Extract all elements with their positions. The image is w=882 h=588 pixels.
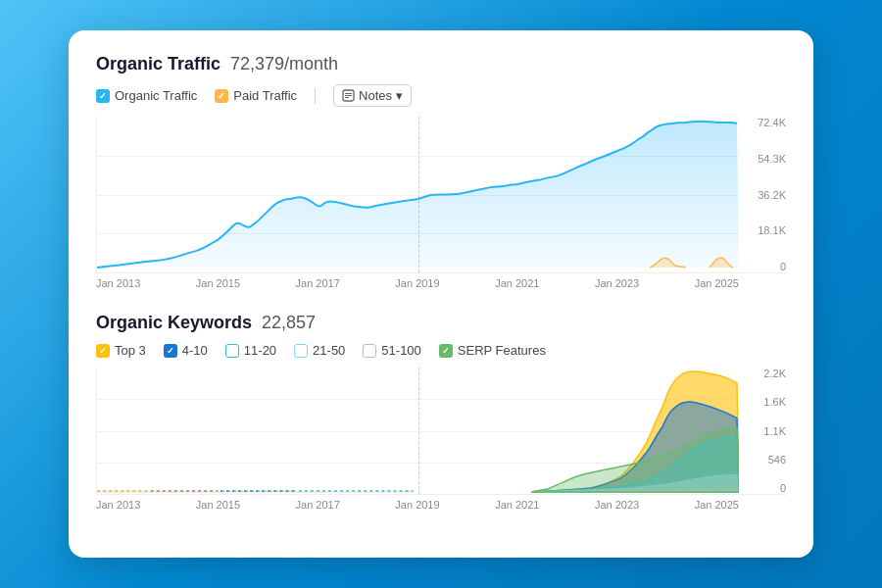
legend-51-100: 51-100 bbox=[363, 343, 420, 358]
legend-4-10: ✓ 4-10 bbox=[164, 343, 208, 358]
chevron-down-icon: ▾ bbox=[396, 88, 403, 103]
organic-traffic-section: Organic Traffic 72,379/month ✓ Organic T… bbox=[96, 54, 786, 289]
keywords-legend: ✓ Top 3 ✓ 4-10 11-20 21-50 51-100 bbox=[96, 343, 786, 358]
legend-top3: ✓ Top 3 bbox=[96, 343, 146, 358]
legend-organic: ✓ Organic Traffic bbox=[96, 88, 197, 103]
traffic-y-axis: 72.4K 54.3K 36.2K 18.1K 0 bbox=[739, 117, 786, 272]
keywords-chart-svg bbox=[97, 368, 739, 494]
21-50-checkbox[interactable] bbox=[294, 344, 308, 358]
organic-checkbox[interactable]: ✓ bbox=[96, 89, 110, 103]
traffic-title: Organic Traffic bbox=[96, 54, 220, 74]
keywords-x-axis: Jan 2013 Jan 2015 Jan 2017 Jan 2019 Jan … bbox=[96, 495, 786, 511]
traffic-header: Organic Traffic 72,379/month bbox=[96, 54, 786, 74]
keywords-value: 22,857 bbox=[262, 313, 316, 333]
traffic-x-axis: Jan 2013 Jan 2015 Jan 2017 Jan 2019 Jan … bbox=[96, 273, 786, 289]
keywords-header: Organic Keywords 22,857 bbox=[96, 313, 786, 333]
keywords-title: Organic Keywords bbox=[96, 313, 252, 333]
paid-checkbox[interactable]: ✓ bbox=[215, 89, 228, 103]
organic-keywords-section: Organic Keywords 22,857 ✓ Top 3 ✓ 4-10 1… bbox=[96, 313, 786, 511]
keywords-y-axis: 2.2K 1.6K 1.1K 546 0 bbox=[739, 368, 786, 494]
11-20-checkbox[interactable] bbox=[225, 344, 239, 358]
legend-serp: ✓ SERP Features bbox=[439, 343, 546, 358]
notes-icon bbox=[342, 89, 355, 102]
traffic-chart-container: 72.4K 54.3K 36.2K 18.1K 0 Jan 2013 Jan 2… bbox=[96, 117, 786, 289]
keywords-chart-area: 2.2K 1.6K 1.1K 546 0 bbox=[96, 368, 786, 495]
legend-divider bbox=[315, 88, 316, 104]
traffic-chart-area: 72.4K 54.3K 36.2K 18.1K 0 bbox=[96, 117, 786, 273]
traffic-value: 72,379/month bbox=[230, 54, 338, 74]
legend-21-50: 21-50 bbox=[294, 343, 345, 358]
51-100-checkbox[interactable] bbox=[363, 344, 376, 358]
notes-button[interactable]: Notes ▾ bbox=[333, 84, 412, 107]
legend-paid: ✓ Paid Traffic bbox=[215, 88, 297, 103]
legend-11-20: 11-20 bbox=[225, 343, 276, 358]
4-10-checkbox[interactable]: ✓ bbox=[164, 344, 177, 358]
main-card: Organic Traffic 72,379/month ✓ Organic T… bbox=[69, 30, 813, 558]
traffic-legend: ✓ Organic Traffic ✓ Paid Traffic Notes ▾ bbox=[96, 84, 786, 107]
top3-checkbox[interactable]: ✓ bbox=[96, 344, 110, 358]
keywords-chart-container: 2.2K 1.6K 1.1K 546 0 Jan 2013 Jan 2015 J… bbox=[96, 368, 786, 511]
serp-checkbox[interactable]: ✓ bbox=[439, 344, 453, 358]
traffic-chart-svg bbox=[97, 117, 739, 272]
